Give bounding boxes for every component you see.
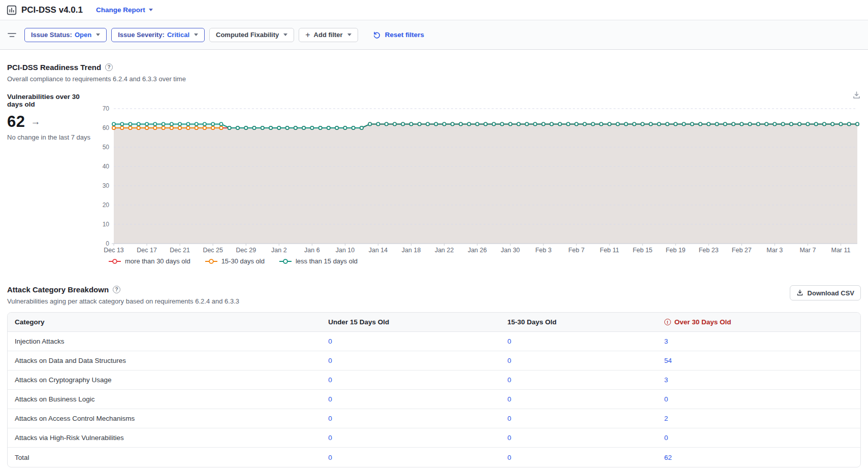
- count-link[interactable]: 0: [507, 395, 511, 403]
- download-csv-button[interactable]: Download CSV: [790, 285, 861, 300]
- count-link[interactable]: 0: [664, 395, 668, 403]
- filter-chip-issue-status-open[interactable]: Issue Status:Open: [24, 28, 107, 42]
- svg-text:Jan 30: Jan 30: [501, 247, 520, 254]
- column-header-category: Category: [8, 318, 328, 326]
- count-link[interactable]: 0: [328, 415, 332, 422]
- filter-bar: Issue Status:OpenIssue Severity:Critical…: [0, 20, 868, 50]
- table-row-attacks-on-business-logic: Attacks on Business Logic000: [8, 390, 860, 409]
- table-row-total: Total0062: [8, 448, 860, 467]
- column-header-over-30-days-old: !Over 30 Days Old: [664, 318, 860, 326]
- trend-line-chart[interactable]: 010203040506070Dec 13Dec 17Dec 21Dec 25D…: [97, 101, 861, 254]
- count-link[interactable]: 0: [328, 395, 332, 403]
- filter-chip-computed-fixability[interactable]: Computed Fixability: [209, 28, 294, 42]
- help-icon[interactable]: ?: [105, 63, 113, 71]
- svg-text:Dec 17: Dec 17: [137, 247, 157, 254]
- count-cell: 0: [328, 415, 507, 422]
- table-row-attacks-on-access-control-mechanisms: Attacks on Access Control Mechanisms002: [8, 409, 860, 428]
- chip-value: Open: [75, 31, 91, 39]
- category-cell: Attacks on Cryptography Usage: [8, 376, 328, 384]
- svg-text:Feb 15: Feb 15: [633, 247, 653, 254]
- svg-text:Jan 18: Jan 18: [402, 247, 421, 254]
- legend-marker-icon: [205, 259, 218, 264]
- count-link[interactable]: 0: [507, 376, 511, 384]
- chip-label: Add filter: [314, 31, 343, 39]
- svg-text:Feb 27: Feb 27: [732, 247, 752, 254]
- filter-lines-icon[interactable]: [7, 31, 17, 39]
- count-link[interactable]: 54: [664, 357, 672, 364]
- count-link[interactable]: 0: [328, 357, 332, 364]
- page-title: PCI-DSS v4.0.1: [21, 5, 83, 15]
- count-cell: 0: [507, 376, 664, 384]
- svg-text:Jan 2: Jan 2: [271, 247, 287, 254]
- chevron-down-icon: [149, 9, 153, 11]
- count-link[interactable]: 3: [664, 376, 668, 384]
- category-cell: Attacks on Business Logic: [8, 395, 328, 403]
- count-cell: 2: [664, 415, 860, 422]
- column-header-under-15-days-old: Under 15 Days Old: [328, 318, 507, 326]
- download-icon: [796, 289, 803, 296]
- count-cell: 3: [664, 376, 860, 384]
- chevron-down-icon: [283, 33, 287, 36]
- chip-label: Computed Fixability: [216, 31, 279, 39]
- svg-text:Jan 6: Jan 6: [304, 247, 320, 254]
- legend-item-less-than-15-days-old[interactable]: less than 15 days old: [279, 257, 358, 265]
- chart-download-icon[interactable]: [852, 91, 861, 99]
- count-link[interactable]: 0: [507, 357, 511, 364]
- filter-chip-issue-severity-critical[interactable]: Issue Severity:Critical: [111, 28, 205, 42]
- svg-text:60: 60: [103, 124, 110, 131]
- svg-text:70: 70: [103, 105, 110, 112]
- count-link[interactable]: 0: [507, 338, 511, 345]
- svg-text:Mar 11: Mar 11: [831, 247, 851, 254]
- count-cell: 62: [664, 454, 860, 461]
- legend-item-15-30-days-old[interactable]: 15-30 days old: [205, 257, 265, 265]
- count-link[interactable]: 0: [328, 454, 332, 461]
- help-icon[interactable]: ?: [113, 286, 120, 293]
- svg-text:Dec 13: Dec 13: [104, 247, 124, 254]
- svg-text:Feb 19: Feb 19: [666, 247, 686, 254]
- count-link[interactable]: 0: [664, 434, 668, 442]
- reset-filters-button[interactable]: Reset filters: [373, 31, 424, 39]
- readiness-trend-section: PCI-DSS Readiness Trend ? Overall compli…: [7, 63, 861, 265]
- category-cell: Total: [8, 454, 328, 461]
- count-link[interactable]: 0: [328, 434, 332, 442]
- filter-chip-add-filter[interactable]: +Add filter: [299, 28, 358, 42]
- count-cell: 0: [507, 454, 664, 461]
- change-report-button[interactable]: Change Report: [96, 6, 153, 14]
- count-link[interactable]: 0: [328, 338, 332, 345]
- count-cell: 0: [664, 434, 860, 442]
- legend-item-more-than-30-days-old[interactable]: more than 30 days old: [108, 257, 190, 265]
- chevron-down-icon: [347, 33, 351, 36]
- chevron-down-icon: [194, 33, 198, 36]
- chevron-down-icon: [96, 33, 100, 36]
- count-cell: 3: [664, 338, 860, 345]
- table-row-attacks-on-cryptography-usage: Attacks on Cryptography Usage003: [8, 371, 860, 390]
- svg-text:Dec 21: Dec 21: [170, 247, 190, 254]
- svg-text:50: 50: [103, 144, 110, 151]
- category-cell: Attacks on Data and Data Structures: [8, 357, 328, 364]
- count-link[interactable]: 62: [664, 454, 672, 461]
- count-link[interactable]: 3: [664, 338, 668, 345]
- count-link[interactable]: 2: [664, 415, 668, 422]
- category-cell: Injection Attacks: [8, 338, 328, 345]
- table-row-attacks-via-high-risk-vulnerabilities: Attacks via High-Risk Vulnerabilities000: [8, 428, 860, 448]
- filter-chips: Issue Status:OpenIssue Severity:Critical…: [24, 28, 363, 42]
- trend-subtitle: Overall compliance to requirements 6.2.4…: [7, 75, 861, 83]
- count-cell: 0: [328, 338, 507, 345]
- count-link[interactable]: 0: [507, 434, 511, 442]
- svg-text:Feb 11: Feb 11: [600, 247, 619, 254]
- svg-text:Feb 3: Feb 3: [535, 247, 552, 254]
- count-cell: 0: [328, 395, 507, 403]
- count-cell: 0: [507, 395, 664, 403]
- top-bar: PCI-DSS v4.0.1 Change Report: [0, 0, 868, 20]
- count-link[interactable]: 0: [507, 415, 511, 422]
- count-link[interactable]: 0: [328, 376, 332, 384]
- count-cell: 0: [328, 376, 507, 384]
- table-header-row: CategoryUnder 15 Days Old15-30 Days Old!…: [8, 313, 860, 332]
- svg-text:Jan 10: Jan 10: [336, 247, 355, 254]
- svg-text:30: 30: [103, 182, 110, 189]
- svg-text:40: 40: [103, 163, 110, 170]
- count-link[interactable]: 0: [507, 454, 511, 461]
- count-cell: 0: [328, 454, 507, 461]
- attack-category-section: Attack Category Breakdown ? Vulnerabilit…: [7, 285, 861, 467]
- legend-marker-icon: [108, 259, 121, 264]
